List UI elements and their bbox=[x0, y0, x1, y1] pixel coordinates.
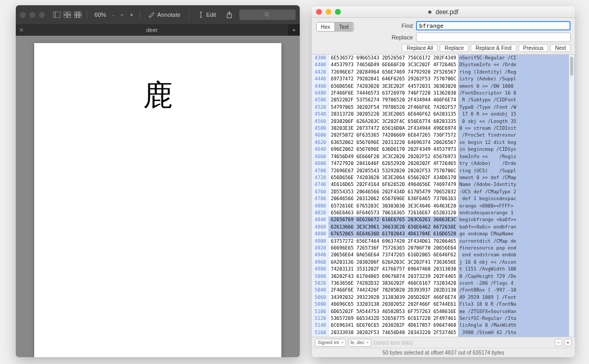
ascii-cell[interactable]: endcodespacerange 1 bbox=[458, 210, 575, 216]
ascii-cell[interactable]: -UCS def /CMapType 2 bbox=[458, 189, 575, 195]
hex-cell[interactable]: 30203E3E 20737472 65616D0A 2F434944 496E… bbox=[329, 125, 458, 132]
ascii-cell[interactable]: 49 2929 1809 ] /Font bbox=[458, 294, 575, 301]
hex-cell[interactable]: 63757272 656E7464 69637420 2F434D61 7020… bbox=[329, 238, 458, 245]
ascii-cell[interactable]: 0 /CapHeight 729 /De bbox=[458, 273, 575, 280]
ascii-cell[interactable]: 17 0 R >> endobj 15 bbox=[458, 111, 575, 118]
ascii-cell[interactable]: temInfo << /Regis bbox=[458, 153, 575, 160]
hex-row[interactable]: 442072696E67 20284964 656E7469 74792920 … bbox=[312, 69, 575, 76]
ascii-cell[interactable]: SerifSC-Regular /Ita bbox=[458, 315, 575, 322]
hex-row[interactable]: 50207363656E 74202D32 3836202F 466C6167 … bbox=[312, 280, 575, 287]
hex-body[interactable]: 43806E536572 69665343 2D526567 756C6172 … bbox=[312, 54, 575, 337]
hex-row[interactable]: 4640696E2062 6567696E 636D6170 202F4349 … bbox=[312, 146, 575, 153]
ascii-cell[interactable]: ring (UCS) /Suppl bbox=[458, 168, 575, 174]
maximize-window-button[interactable] bbox=[39, 12, 45, 18]
hex-row[interactable]: 478020646566 20312062 6567696E 636F6465 … bbox=[312, 195, 575, 202]
hex-row[interactable]: 440044537973 74656D49 6E666F20 3C3C202F … bbox=[312, 61, 575, 68]
hex-row[interactable]: 484062656769 6E626672 616E6765 203C6261 … bbox=[312, 216, 575, 223]
ascii-cell[interactable]: ge endcmap CMapName bbox=[458, 231, 575, 237]
minimize-window-button[interactable] bbox=[326, 9, 331, 15]
hex-cell[interactable]: 656E6463 6F646573 70616365 72616E67 6520… bbox=[329, 210, 458, 216]
view-mode-segmented[interactable]: Hex Text bbox=[316, 22, 354, 32]
ascii-cell[interactable]: ement 0 >> def /CMap bbox=[458, 174, 575, 181]
maximize-window-button[interactable] bbox=[335, 9, 341, 15]
hex-row[interactable]: 498074203131 3531202F 41766757 69647468 … bbox=[312, 266, 575, 273]
hex-cell[interactable]: 66696E65 7265736F 75726365 20706F70 2065… bbox=[329, 245, 458, 252]
ascii-cell[interactable]: ring (Identity) /Reg bbox=[458, 69, 575, 76]
hex-row[interactable]: 50402F466F6E 7442426F 78205B20 2D393937 … bbox=[312, 287, 575, 294]
ascii-cell[interactable]: j 16 0 obj << /Ascen bbox=[458, 259, 575, 266]
hex-row[interactable]: 470072696E67 20285543 53292020 20202F53 … bbox=[312, 168, 575, 174]
seg-hex[interactable]: Hex bbox=[317, 23, 334, 31]
ascii-cell[interactable]: t 1151 /AvgWidth 100 bbox=[458, 266, 575, 273]
hex-cell[interactable]: 2F466F6E 7442426F 78205B20 2D393937 202D… bbox=[329, 287, 458, 294]
hex-cell[interactable]: 6D562037 39202F54 79706520 2F466F6E 7444… bbox=[329, 336, 458, 337]
ascii-cell[interactable]: DSystemInfo << /Orde bbox=[458, 61, 575, 68]
close-window-button[interactable] bbox=[316, 9, 322, 15]
hex-row[interactable]: 486062613666 3E3C3961 36633E20 656E6462 … bbox=[312, 224, 575, 231]
hex-row[interactable]: 488067652065 6E64636D 61702043 4D61704E … bbox=[312, 231, 575, 237]
hex-row[interactable]: 49606A203136 2030206F 626A203C 3C202F41 … bbox=[312, 259, 575, 266]
hex-cell[interactable]: 656D656E 74203020 3E3E202F 44572031 3030… bbox=[329, 83, 458, 90]
endian-select[interactable]: le, dec bbox=[348, 339, 372, 347]
ascii-cell[interactable]: Name /Adobe-Identity bbox=[458, 181, 575, 188]
ascii-cell[interactable]: File3 18 0 R /FontNa bbox=[458, 301, 575, 308]
hex-cell[interactable]: 74727920 2841646F 62652920 2020202F 4F72… bbox=[329, 160, 458, 167]
ascii-cell[interactable]: me /ZTGSFX+SourceHan bbox=[458, 308, 575, 315]
hex-cell[interactable]: 69737472 79202841 646F6265 29202F53 7570… bbox=[329, 76, 458, 82]
ascii-cell[interactable]: istry (Adobe) /Suppl bbox=[458, 76, 575, 82]
replace-find-button[interactable]: Replace & Find bbox=[471, 44, 516, 52]
hex-cell[interactable]: 6E536572 69665343 2D526567 756C6172 202F… bbox=[329, 55, 458, 61]
hex-cell[interactable]: 62656769 6E626672 616E6765 203C6261 3666… bbox=[329, 216, 458, 223]
add-inspector-button[interactable]: + bbox=[564, 339, 572, 346]
hex-row[interactable]: 47404E616D65 202F4164 6F62652D 4964656E … bbox=[312, 181, 575, 188]
hex-cell[interactable]: 6A203136 2030206F 626A203C 3C202F41 7363… bbox=[329, 259, 458, 266]
hex-row[interactable]: 490063757272 656E7464 69637420 2F434D61 … bbox=[312, 238, 575, 245]
ascii-cell[interactable]: /ProcSet findresour bbox=[458, 132, 575, 139]
hex-cell[interactable]: 202F5072 6F635365 74206669 6E647265 736F… bbox=[329, 132, 458, 139]
hex-row[interactable]: 454020313720 30205220 3E3E2065 6E646F62 … bbox=[312, 111, 575, 118]
hex-cell[interactable]: 67652065 6E64636D 61702043 4D61704E 616D… bbox=[329, 231, 458, 237]
hex-cell[interactable]: 20333938 38202F53 74656D48 20343220 2F53… bbox=[329, 329, 458, 336]
hex-cell[interactable]: 74203131 3531202F 41766757 69647468 2031… bbox=[329, 266, 458, 273]
hex-row[interactable]: 516020333938 38202F53 74656D48 20343220 … bbox=[312, 329, 575, 336]
ascii-cell[interactable]: end endstream endob bbox=[458, 252, 575, 258]
hex-cell[interactable]: 44537973 74656D49 6E666F20 3C3C202F 4F72… bbox=[329, 61, 458, 68]
zoom-in-button[interactable]: + bbox=[128, 11, 135, 19]
zoom-level[interactable]: 60% bbox=[93, 12, 108, 18]
hex-row[interactable]: 4460656D656E 74203020 3E3E202F 44572031 … bbox=[312, 83, 575, 90]
ascii-cell[interactable]: ba6f><9a6c> endbfran bbox=[458, 224, 575, 231]
minimize-window-button[interactable] bbox=[29, 12, 35, 18]
hex-cell[interactable]: 2D554353 20646566 202F434D 61705479 7065… bbox=[329, 189, 458, 195]
hex-row[interactable]: 4600202F5072 6F635365 74206669 6E647265 … bbox=[312, 132, 575, 139]
ascii-cell[interactable]: ement 0 >> /DW 1000 bbox=[458, 83, 575, 90]
hex-cell[interactable]: 62613666 3E3C3961 36633E20 656E6462 6672… bbox=[329, 224, 458, 231]
scrollbar[interactable] bbox=[569, 55, 574, 337]
hex-cell[interactable]: 53657269 6653432D 52656775 6C617220 2F49… bbox=[329, 315, 458, 322]
hex-row[interactable]: 48006572616E 6765203C 30303030 3E3C4646 … bbox=[312, 203, 575, 210]
ascii-cell[interactable]: try (Adobe) /Orde bbox=[458, 160, 575, 167]
hex-cell[interactable]: 656D656E 74203020 3E3E2064 6566202F 434D… bbox=[329, 174, 458, 181]
ascii-cell[interactable]: mV 79 /Type /FontDes bbox=[458, 336, 575, 337]
hex-row[interactable]: 4820656E6463 6F646573 70616365 72616E67 … bbox=[312, 210, 575, 216]
ascii-cell[interactable]: 0 >> stream /CIDInit bbox=[458, 125, 575, 132]
hex-row[interactable]: 512053657269 6653432D 52656775 6C617220 … bbox=[312, 315, 575, 322]
ascii-cell[interactable]: /FontDescriptor 16 0 bbox=[458, 90, 575, 97]
pdf-body[interactable]: 鹿 bbox=[16, 36, 300, 357]
ascii-cell[interactable]: currentdict /CMap de bbox=[458, 238, 575, 245]
hex-cell[interactable]: 54797065 30202F54 79706520 2F466F6E 7420… bbox=[329, 104, 458, 111]
ascii-cell[interactable]: 0 obj << /Length 35 bbox=[458, 118, 575, 125]
zoom-out-button[interactable]: − bbox=[119, 11, 125, 19]
find-input[interactable] bbox=[416, 21, 571, 30]
hex-row[interactable]: 43806E536572 69665343 2D526567 756C6172 … bbox=[312, 55, 575, 61]
ascii-cell[interactable]: Type0 /Type /Font /W bbox=[458, 104, 575, 111]
hex-cell[interactable]: 46696C65 33203138 20302052 202F466F 6E74… bbox=[329, 301, 458, 308]
ascii-cell[interactable]: fineresource pop end bbox=[458, 245, 575, 252]
ascii-cell[interactable]: scent -286 /Flags 4 bbox=[458, 280, 575, 287]
edit-button[interactable]: Edit bbox=[195, 9, 219, 20]
hex-row[interactable]: 466074656D49 6E666F20 3C3C2020 20202F52 … bbox=[312, 153, 575, 160]
hex-cell[interactable]: 72696E67 20284964 656E7469 74792920 2F52… bbox=[329, 69, 458, 76]
hex-cell[interactable]: 6D65202F 5A544753 46582B53 6F757263 6548… bbox=[329, 308, 458, 315]
pdf-search-input[interactable] bbox=[239, 9, 296, 20]
close-window-button[interactable] bbox=[20, 12, 26, 18]
next-button[interactable]: Next bbox=[550, 44, 571, 52]
